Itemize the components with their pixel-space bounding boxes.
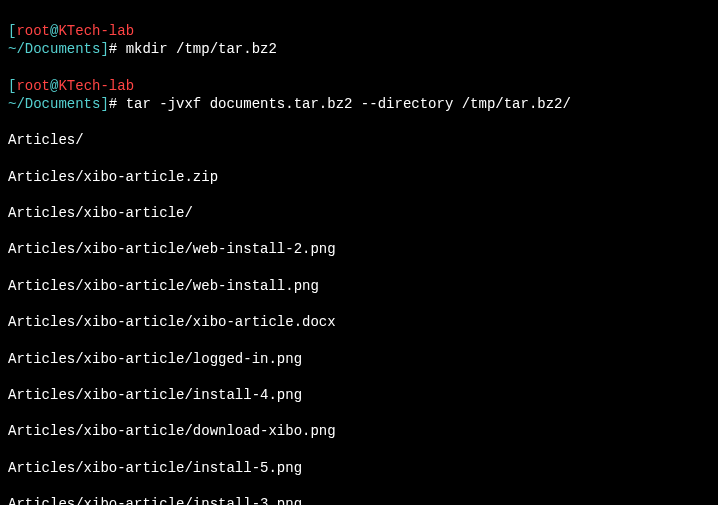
output-line: Articles/xibo-article/logged-in.png — [8, 350, 710, 368]
prompt-line-1: [root@KTech-lab ~/Documents]# mkdir /tmp… — [8, 22, 710, 58]
output-line: Articles/xibo-article/install-4.png — [8, 386, 710, 404]
prompt-user: root — [16, 23, 50, 39]
bracket-close: ] — [100, 41, 108, 57]
terminal-window[interactable]: [root@KTech-lab ~/Documents]# mkdir /tmp… — [8, 4, 710, 505]
command-text: mkdir /tmp/tar.bz2 — [117, 41, 277, 57]
output-line: Articles/xibo-article.zip — [8, 168, 710, 186]
prompt-hash: # — [109, 41, 117, 57]
prompt-path: ~/Documents — [8, 41, 100, 57]
output-line: Articles/ — [8, 131, 710, 149]
output-line: Articles/xibo-article/install-3.png — [8, 495, 710, 505]
prompt-path: ~/Documents — [8, 96, 100, 112]
output-line: Articles/xibo-article/web-install.png — [8, 277, 710, 295]
prompt-host: KTech-lab — [58, 23, 134, 39]
prompt-line-2: [root@KTech-lab ~/Documents]# tar -jvxf … — [8, 77, 710, 113]
command-text: tar -jvxf documents.tar.bz2 --directory … — [117, 96, 571, 112]
prompt-hash: # — [109, 96, 117, 112]
bracket-close: ] — [100, 96, 108, 112]
output-line: Articles/xibo-article/download-xibo.png — [8, 422, 710, 440]
output-line: Articles/xibo-article/xibo-article.docx — [8, 313, 710, 331]
output-line: Articles/xibo-article/install-5.png — [8, 459, 710, 477]
output-line: Articles/xibo-article/ — [8, 204, 710, 222]
prompt-user: root — [16, 78, 50, 94]
prompt-host: KTech-lab — [58, 78, 134, 94]
output-line: Articles/xibo-article/web-install-2.png — [8, 240, 710, 258]
